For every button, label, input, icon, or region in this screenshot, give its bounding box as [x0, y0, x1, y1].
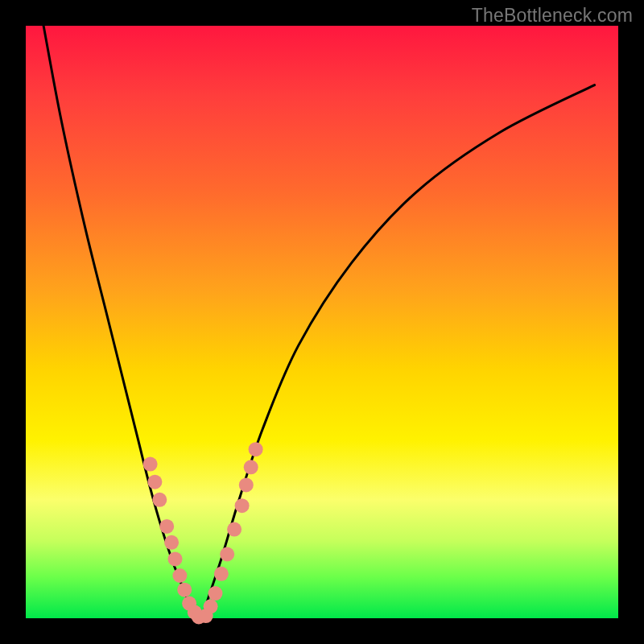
- scatter-dot: [168, 551, 183, 566]
- chart-svg: [26, 26, 618, 618]
- scatter-dot: [172, 568, 187, 583]
- scatter-dot: [152, 493, 167, 507]
- scatter-dot: [239, 477, 254, 492]
- chart-container: TheBottleneck.com: [0, 0, 644, 644]
- watermark-text: TheBottleneck.com: [472, 5, 633, 27]
- scatter-dot: [235, 498, 250, 513]
- bottleneck-curve: [43, 26, 595, 618]
- scatter-dot: [249, 442, 263, 456]
- scatter-dot: [227, 522, 242, 537]
- scatter-dot: [164, 535, 179, 550]
- scatter-dot: [204, 599, 218, 613]
- scatter-dot: [147, 475, 162, 489]
- scatter-dot: [214, 567, 229, 581]
- scatter-dot: [220, 547, 234, 562]
- scatter-dot: [143, 457, 158, 472]
- scatter-dot: [244, 460, 258, 474]
- scatter-dot: [177, 583, 192, 597]
- plot-area: [26, 26, 618, 618]
- scatter-dot: [208, 586, 223, 601]
- scatter-dot: [159, 519, 174, 534]
- scatter-dots: [143, 442, 263, 624]
